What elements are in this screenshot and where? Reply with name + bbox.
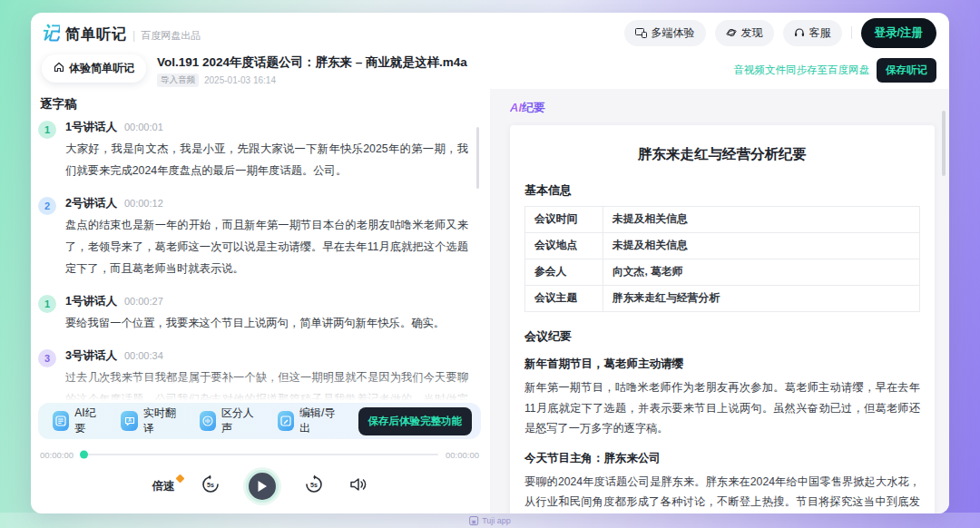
entry-main: 1号讲话人 00:00:27 要给我留一个位置，我要来这个节目上说两句，简单讲两… [65, 294, 445, 335]
ai-summary-icon [53, 411, 69, 431]
speaker-avatar: 1 [38, 295, 56, 313]
section-body: 新年第一期节目，咕噜米老师作为老朋友再次参加。葛老师主动请缨，早在去年11月底就… [524, 377, 920, 439]
ai-logo-text: AI [510, 101, 522, 114]
table-row: 会议地点 未提及相关信息 [525, 233, 920, 259]
current-time: 00:00:00 [40, 450, 74, 460]
transcript-text: 大家好，我是向文杰，我是小亚，先跟大家说一下新年快乐2025年的第一期，我们就要… [65, 139, 468, 182]
import-time: 2025-01-03 16:14 [204, 75, 276, 85]
feature-live-translate[interactable]: A 实时翻译 [121, 406, 179, 436]
info-value: 未提及相关信息 [603, 207, 920, 233]
translate-icon: A [121, 411, 137, 431]
experience-home-button[interactable]: 体验简单听记 [42, 54, 146, 83]
transcript-list[interactable]: 1 1号讲话人 00:00:01 大家好，我是向文杰，我是小亚，先跟大家说一下新… [38, 120, 481, 401]
feature-label: AI纪要 [74, 406, 101, 436]
speaker-avatar: 2 [38, 197, 56, 215]
nav-support-button[interactable]: 客服 [783, 20, 842, 46]
speaker-name: 3号讲话人 [65, 348, 117, 364]
transcript-scrollbar[interactable] [476, 127, 479, 189]
progress-row: 00:00:00 00:00:00 [38, 446, 481, 463]
table-row: 会议时间 未提及相关信息 [525, 207, 920, 233]
progress-handle[interactable] [80, 451, 88, 459]
summary-scrollbar[interactable] [942, 111, 946, 176]
file-title-block: Vol.191 2024年度话题公司：胖东来 – 商业就是这样.m4a 导入音频… [157, 54, 723, 87]
home-icon [54, 62, 64, 75]
feature-ai-summary[interactable]: AI纪要 [53, 406, 101, 436]
nav-label: 客服 [809, 25, 831, 41]
transcript-entry[interactable]: 2 2号讲话人 00:00:12 盘点的结束也是新一年的开始，而且新年第一期节目… [38, 196, 468, 280]
volume-button[interactable] [349, 476, 368, 496]
transcript-text: 盘点的结束也是新一年的开始，而且新年第一期节目本台的老朋友咕噜米老师又来了，老领… [65, 215, 468, 280]
ai-summary-tab[interactable]: AI纪要 [510, 100, 935, 116]
entry-main: 1号讲话人 00:00:01 大家好，我是向文杰，我是小亚，先跟大家说一下新年快… [65, 120, 468, 182]
sub-bar-right: 音视频文件同步存至百度网盘 保存听记 [734, 58, 937, 83]
brand: 记 简单听记 | 百度网盘出品 [42, 21, 201, 45]
info-label: 会议地点 [525, 233, 603, 259]
table-row: 参会人 向文杰, 葛老师 [525, 259, 920, 286]
entry-main: 3号讲话人 00:00:34 过去几次我来节目我都是属于要补一个缺，但这一期明显… [65, 348, 468, 401]
basic-info-table: 会议时间 未提及相关信息 会议地点 未提及相关信息 参会人 向文杰, 葛老师 [524, 206, 920, 312]
experience-button-label: 体验简单听记 [69, 61, 134, 76]
feature-toolbar: AI纪要 A 实时翻译 区分人声 [38, 403, 481, 439]
transcript-text: 要给我留一个位置，我要来这个节目上说两句，简单讲两句新年快乐。确实。 [65, 313, 445, 335]
minutes-heading: 会议纪要 [524, 328, 920, 345]
entry-timestamp[interactable]: 00:00:34 [124, 350, 163, 361]
info-label: 会议时间 [525, 207, 603, 233]
nav-label: 发现 [741, 25, 763, 41]
speaker-name: 2号讲话人 [65, 196, 117, 211]
forward-seconds-label: 5s [310, 482, 318, 488]
section-title: 新年首期节目，葛老师主动请缨 [524, 357, 920, 372]
feature-label: 实时翻译 [143, 406, 180, 436]
brand-divider: | [132, 29, 135, 42]
basic-info-heading: 基本信息 [524, 182, 920, 199]
summary-section: 今天节目主角：胖东来公司 要聊的2024年度话题公司是胖东来。胖东来在2024年… [524, 451, 920, 513]
progress-track[interactable] [81, 454, 438, 455]
feature-speaker-separation[interactable]: 区分人声 [200, 406, 258, 436]
feature-label: 区分人声 [221, 406, 258, 436]
summary-title: 胖东来走红与经营分析纪要 [524, 145, 920, 164]
watermark-text: Tuji app [482, 516, 511, 525]
entry-timestamp[interactable]: 00:00:12 [124, 198, 163, 209]
entry-head: 2号讲话人 00:00:12 [65, 196, 468, 211]
login-register-button[interactable]: 登录/注册 [861, 18, 936, 48]
nav-discover-button[interactable]: 发现 [715, 20, 774, 46]
feature-edit-export[interactable]: 编辑/导出 [278, 406, 338, 436]
save-full-features-button[interactable]: 保存后体验完整功能 [358, 407, 473, 435]
transcript-text: 过去几次我来节目我都是属于要补一个缺，但这一期明显就不是因为我们今天要聊的这个年… [65, 367, 468, 401]
player-controls: 倍速 5s 5s [38, 466, 481, 506]
entry-head: 1号讲话人 00:00:27 [65, 294, 445, 309]
summary-document: 胖东来走红与经营分析纪要 基本信息 会议时间 未提及相关信息 会议地点 未提及相… [510, 125, 935, 513]
summary-section: 新年首期节目，葛老师主动请缨 新年第一期节目，咕噜米老师作为老朋友再次参加。葛老… [524, 357, 920, 439]
rewind-seconds-label: 5s [207, 482, 214, 488]
entry-main: 2号讲话人 00:00:12 盘点的结束也是新一年的开始，而且新年第一期节目本台… [65, 196, 468, 280]
nav-multi-device-button[interactable]: 多端体验 [624, 20, 706, 46]
play-button[interactable] [246, 470, 279, 503]
top-nav: 多端体验 发现 客服 登录/注册 [624, 18, 936, 48]
vip-badge-icon [175, 474, 184, 483]
nav-label: 多端体验 [652, 25, 695, 41]
transcript-entry[interactable]: 1 1号讲话人 00:00:01 大家好，我是向文杰，我是小亚，先跟大家说一下新… [38, 120, 468, 182]
watermark-icon: ▣ [469, 516, 478, 525]
speaker-name: 1号讲话人 [65, 120, 117, 135]
voice-separation-icon [200, 411, 216, 431]
section-body: 要聊的2024年度话题公司是胖东来。胖东来在2024年给中国零售界掀起大水花，从… [524, 472, 920, 513]
transcript-entry[interactable]: 3 3号讲话人 00:00:34 过去几次我来节目我都是属于要补一个缺，但这一期… [38, 348, 468, 401]
transcript-heading: 逐字稿 [38, 93, 481, 120]
feature-label: 编辑/导出 [299, 406, 338, 436]
transcript-entry[interactable]: 1 1号讲话人 00:00:27 要给我留一个位置，我要来这个节目上说两句，简单… [38, 294, 468, 335]
info-value: 未提及相关信息 [603, 233, 920, 259]
ai-summary-pane: AI纪要 胖东来走红与经营分析纪要 基本信息 会议时间 未提及相关信息 会议地点… [490, 89, 949, 513]
save-notes-button[interactable]: 保存听记 [877, 58, 936, 83]
speaker-avatar: 1 [38, 121, 56, 139]
app-body: 逐字稿 1 1号讲话人 00:00:01 大家好，我是向文杰，我是小亚，先跟大家… [31, 89, 949, 513]
speed-label: 倍速 [152, 480, 175, 493]
forward-5s-button[interactable]: 5s [304, 474, 324, 498]
info-value: 胖东来走红与经营分析 [603, 286, 920, 312]
brand-name: 简单听记 [65, 25, 127, 44]
entry-timestamp[interactable]: 00:00:01 [124, 122, 163, 132]
sync-note: 音视频文件同步存至百度网盘 [734, 64, 870, 77]
planet-icon [726, 27, 737, 38]
rewind-5s-button[interactable]: 5s [201, 474, 220, 498]
playback-speed-button[interactable]: 倍速 [152, 479, 175, 494]
play-icon [257, 480, 268, 493]
entry-timestamp[interactable]: 00:00:27 [124, 296, 163, 307]
